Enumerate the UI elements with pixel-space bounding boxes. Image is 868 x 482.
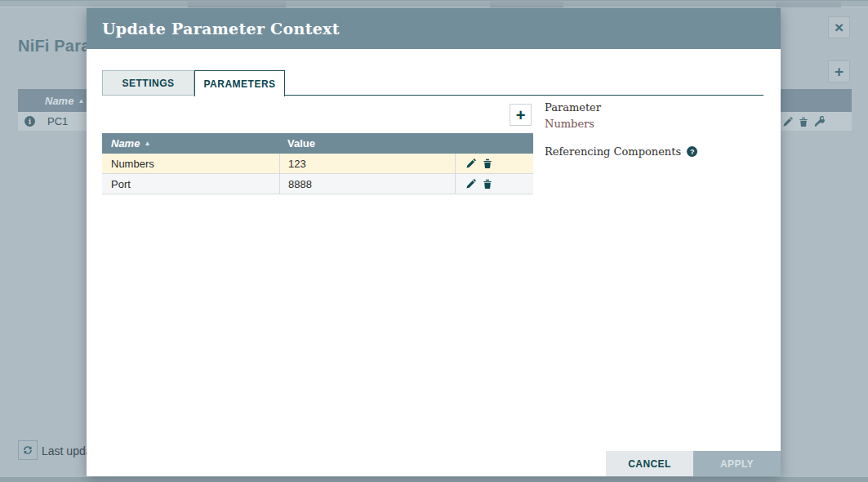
plus-icon: +	[835, 64, 844, 79]
delete-icon[interactable]	[483, 179, 492, 189]
add-parameter-context-button[interactable]: +	[828, 60, 850, 83]
close-icon: ×	[835, 20, 844, 35]
column-header-value[interactable]: Value	[279, 137, 455, 150]
parameter-row-actions	[455, 174, 533, 194]
background-footer-bar	[0, 477, 868, 482]
plus-icon: +	[516, 107, 526, 123]
delete-icon[interactable]	[483, 158, 492, 168]
tab-parameters-label: PARAMETERS	[203, 78, 275, 90]
last-updated-label: Last upda	[42, 444, 92, 457]
parameters-table-header: Name ▲ Value	[102, 133, 533, 154]
dialog-title: Update Parameter Context	[102, 20, 340, 38]
parameter-name-cell: Numbers	[102, 158, 279, 170]
parameter-name-cell: Port	[102, 178, 279, 190]
dialog-tabs: SETTINGS PARAMETERS	[102, 70, 763, 96]
edit-icon[interactable]	[466, 179, 476, 189]
parameters-table: Name ▲ Value Numbers 123 Port 8888	[102, 133, 533, 194]
add-parameter-button[interactable]: +	[510, 104, 532, 126]
toolbar-segment	[776, 2, 841, 7]
parameter-row-port[interactable]: Port 8888	[102, 174, 533, 194]
refresh-button[interactable]	[18, 440, 38, 460]
dialog-header: Update Parameter Context	[87, 8, 781, 49]
parameter-side-panel: Parameter Numbers Referencing Components…	[545, 101, 749, 158]
toolbar-segment	[490, 2, 563, 7]
column-header-name[interactable]: Name ▲	[102, 137, 279, 150]
value-header-label: Value	[287, 137, 315, 150]
sort-asc-icon: ▲	[78, 97, 84, 105]
help-icon[interactable]: ?	[687, 146, 697, 157]
tab-parameters[interactable]: PARAMETERS	[194, 70, 285, 96]
context-row-actions	[783, 112, 825, 131]
parameter-row-numbers[interactable]: Numbers 123	[102, 154, 533, 174]
toolbar-segment	[188, 2, 286, 7]
selected-parameter-name: Numbers	[545, 118, 749, 130]
update-parameter-context-dialog: Update Parameter Context SETTINGS PARAME…	[87, 8, 781, 476]
parameter-label: Parameter	[545, 101, 749, 114]
parameter-value-cell: 123	[279, 154, 455, 173]
background-toolbar	[0, 0, 868, 7]
dialog-footer-buttons: CANCEL APPLY	[606, 451, 781, 476]
tab-settings[interactable]: SETTINGS	[102, 70, 194, 96]
referencing-components-label: Referencing Components	[545, 145, 681, 158]
cancel-button[interactable]: CANCEL	[606, 451, 693, 476]
parameter-value-cell: 8888	[279, 174, 455, 194]
name-header-label: Name	[111, 137, 140, 150]
parameter-row-actions	[455, 154, 533, 173]
key-icon[interactable]	[814, 116, 825, 127]
edit-icon[interactable]	[466, 158, 476, 168]
info-icon[interactable]: i	[24, 116, 35, 127]
tab-settings-label: SETTINGS	[122, 78, 174, 89]
edit-icon[interactable]	[783, 117, 793, 127]
sort-asc-icon: ▲	[144, 140, 150, 147]
delete-icon[interactable]	[799, 117, 808, 127]
apply-button: APPLY	[693, 451, 781, 476]
column-header-name[interactable]: Name	[45, 95, 73, 107]
context-name: PC1	[47, 115, 68, 127]
refresh-icon	[22, 444, 33, 456]
close-button[interactable]: ×	[828, 16, 850, 38]
